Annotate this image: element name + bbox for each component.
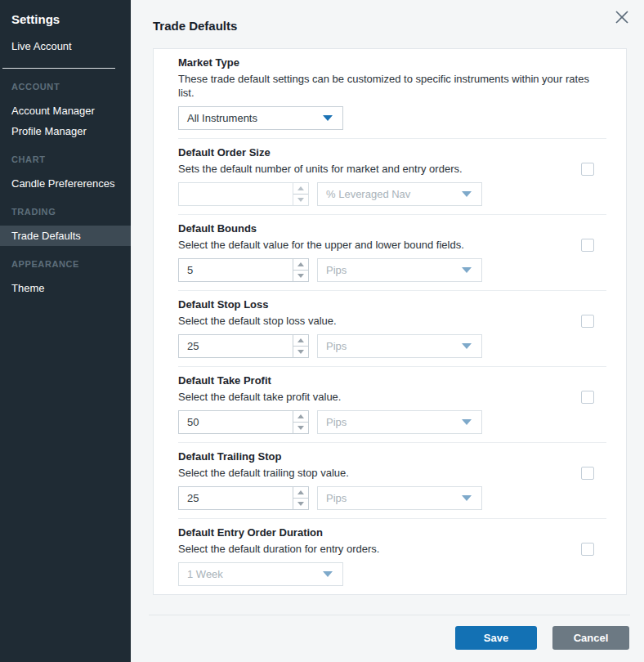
section-default-trailing-stop: Default Trailing StopSelect the default … bbox=[154, 443, 626, 518]
chevron-down-icon bbox=[323, 115, 333, 121]
chevron-down-icon bbox=[462, 419, 472, 425]
default-take-profit-number-input-group bbox=[178, 410, 309, 434]
close-button[interactable] bbox=[613, 7, 633, 27]
default-stop-loss-stepper bbox=[293, 334, 309, 358]
default-bounds-stepper bbox=[293, 258, 309, 282]
default-trailing-stop-dropdown-value: Pips bbox=[326, 492, 347, 504]
default-stop-loss-description: Select the default stop loss value. bbox=[178, 314, 606, 328]
default-trailing-stop-stepper-down-button[interactable] bbox=[293, 498, 308, 509]
section-default-order-size: Default Order SizeSets the default numbe… bbox=[154, 139, 626, 214]
default-order-size-dropdown: % Leveraged Nav bbox=[317, 182, 482, 206]
default-trailing-stop-input[interactable] bbox=[178, 486, 293, 510]
default-bounds-stepper-down-button[interactable] bbox=[293, 270, 308, 281]
page-title: Trade Defaults bbox=[131, 0, 644, 33]
default-order-size-stepper bbox=[293, 182, 309, 206]
market-type-description: These trade default settings can be cust… bbox=[178, 72, 606, 100]
sidebar-divider bbox=[2, 68, 115, 69]
default-order-size-dropdown-value: % Leveraged Nav bbox=[326, 188, 410, 200]
chevron-up-icon bbox=[297, 338, 304, 342]
default-take-profit-stepper-down-button[interactable] bbox=[293, 422, 308, 433]
market-type-dropdown-value: All Instruments bbox=[187, 112, 257, 124]
default-order-size-stepper-down-button bbox=[293, 194, 308, 205]
default-bounds-checkbox[interactable] bbox=[581, 239, 594, 252]
default-take-profit-input[interactable] bbox=[178, 410, 293, 434]
default-trailing-stop-controls: Pips bbox=[178, 486, 606, 510]
default-trailing-stop-description: Select the default trailing stop value. bbox=[178, 466, 606, 480]
default-trailing-stop-stepper bbox=[293, 486, 309, 510]
default-bounds-dropdown-value: Pips bbox=[326, 264, 347, 276]
chevron-up-icon bbox=[297, 262, 304, 266]
default-trailing-stop-stepper-up-button[interactable] bbox=[293, 487, 308, 498]
cancel-button[interactable]: Cancel bbox=[552, 626, 629, 650]
settings-title: Settings bbox=[0, 0, 131, 26]
chevron-down-icon bbox=[297, 274, 304, 278]
chevron-down-icon bbox=[323, 571, 333, 577]
settings-form: Market TypeThese trade default settings … bbox=[153, 48, 627, 595]
default-entry-order-duration-dropdown-value: 1 Week bbox=[187, 568, 223, 580]
default-order-size-stepper-up-button bbox=[293, 183, 308, 194]
default-take-profit-description: Select the default take profit value. bbox=[178, 390, 606, 404]
close-icon bbox=[613, 8, 633, 26]
default-trailing-stop-number-input-group bbox=[178, 486, 309, 510]
default-entry-order-duration-description: Select the default duration for entry or… bbox=[178, 542, 606, 556]
default-stop-loss-stepper-down-button[interactable] bbox=[293, 346, 308, 357]
chevron-down-icon bbox=[297, 426, 304, 430]
settings-window: Settings Live AccountACCOUNTAccount Mana… bbox=[0, 0, 644, 662]
market-type-label: Market Type bbox=[178, 56, 606, 69]
sidebar-item-theme[interactable]: Theme bbox=[0, 278, 131, 298]
chevron-up-icon bbox=[297, 490, 304, 494]
chevron-down-icon bbox=[462, 267, 472, 273]
sidebar-section-trading: TRADING bbox=[0, 205, 131, 218]
section-default-stop-loss: Default Stop LossSelect the default stop… bbox=[154, 291, 626, 366]
default-entry-order-duration-checkbox[interactable] bbox=[581, 543, 594, 556]
default-stop-loss-dropdown: Pips bbox=[317, 334, 482, 358]
default-bounds-input[interactable] bbox=[178, 258, 293, 282]
market-type-dropdown[interactable]: All Instruments bbox=[178, 106, 343, 130]
section-default-bounds: Default BoundsSelect the default value f… bbox=[154, 215, 626, 290]
default-order-size-controls: % Leveraged Nav bbox=[178, 182, 606, 206]
footer-buttons: Save Cancel bbox=[131, 615, 644, 650]
sidebar-item-account-manager[interactable]: Account Manager bbox=[0, 101, 131, 121]
sidebar-item-profile-manager[interactable]: Profile Manager bbox=[0, 121, 131, 141]
chevron-up-icon bbox=[297, 186, 304, 190]
default-order-size-description: Sets the default number of units for mar… bbox=[178, 162, 606, 176]
section-default-entry-order-duration: Default Entry Order DurationSelect the d… bbox=[154, 519, 626, 594]
footer: Save Cancel bbox=[131, 615, 644, 662]
default-order-size-label: Default Order Size bbox=[178, 145, 606, 159]
default-stop-loss-stepper-up-button[interactable] bbox=[293, 335, 308, 346]
sidebar-item-live-account[interactable]: Live Account bbox=[0, 36, 131, 56]
chevron-down-icon bbox=[462, 191, 472, 197]
default-order-size-number-input-group bbox=[178, 182, 309, 206]
default-stop-loss-input[interactable] bbox=[178, 334, 293, 358]
sidebar-item-trade-defaults[interactable]: Trade Defaults bbox=[0, 226, 131, 246]
default-take-profit-stepper-up-button[interactable] bbox=[293, 411, 308, 422]
default-take-profit-dropdown-value: Pips bbox=[326, 416, 347, 428]
chevron-down-icon bbox=[297, 198, 304, 202]
default-entry-order-duration-label: Default Entry Order Duration bbox=[178, 526, 606, 539]
default-trailing-stop-checkbox[interactable] bbox=[581, 467, 594, 480]
sidebar-section-chart: CHART bbox=[0, 153, 131, 166]
section-default-take-profit: Default Take ProfitSelect the default ta… bbox=[154, 367, 626, 442]
save-button[interactable]: Save bbox=[455, 626, 537, 650]
default-trailing-stop-dropdown: Pips bbox=[317, 486, 482, 510]
market-type-controls: All Instruments bbox=[178, 106, 606, 130]
trade-defaults-page: Trade Defaults Market TypeThese trade de… bbox=[131, 0, 644, 662]
default-stop-loss-number-input-group bbox=[178, 334, 309, 358]
default-stop-loss-label: Default Stop Loss bbox=[178, 297, 606, 311]
default-bounds-stepper-up-button[interactable] bbox=[293, 259, 308, 270]
default-bounds-controls: Pips bbox=[178, 258, 606, 282]
default-stop-loss-controls: Pips bbox=[178, 334, 606, 358]
default-stop-loss-dropdown-value: Pips bbox=[326, 340, 347, 352]
chevron-down-icon bbox=[462, 343, 472, 349]
default-take-profit-checkbox[interactable] bbox=[581, 391, 594, 404]
default-stop-loss-checkbox[interactable] bbox=[581, 315, 594, 328]
default-order-size-checkbox[interactable] bbox=[581, 163, 594, 176]
default-bounds-label: Default Bounds bbox=[178, 221, 606, 235]
sidebar-item-candle-prefererences[interactable]: Candle Prefererences bbox=[0, 173, 131, 194]
default-order-size-input bbox=[178, 182, 293, 206]
default-take-profit-dropdown: Pips bbox=[317, 410, 482, 434]
default-take-profit-controls: Pips bbox=[178, 410, 606, 434]
section-market-type: Market TypeThese trade default settings … bbox=[154, 49, 626, 138]
default-take-profit-label: Default Take Profit bbox=[178, 373, 606, 387]
default-entry-order-duration-controls: 1 Week bbox=[178, 562, 606, 586]
